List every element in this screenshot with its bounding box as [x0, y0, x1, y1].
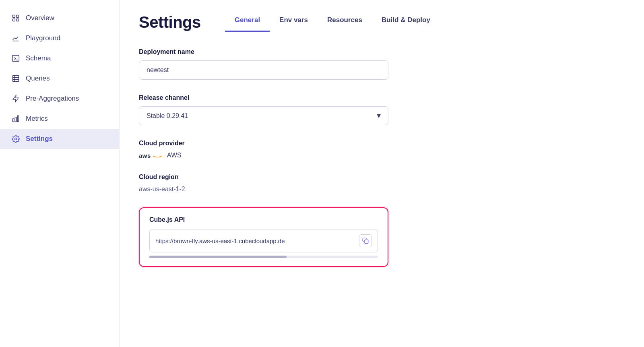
- svg-rect-12: [13, 119, 14, 122]
- main-content: Settings General Env vars Resources Buil…: [120, 0, 644, 347]
- release-channel-label: Release channel: [139, 94, 414, 101]
- sidebar-item-label: Queries: [26, 74, 50, 83]
- sidebar-item-settings[interactable]: Settings: [0, 129, 119, 149]
- cloud-region-section: Cloud region aws-us-east-1-2: [139, 174, 414, 193]
- sidebar-item-label: Overview: [26, 14, 54, 22]
- gear-icon: [11, 134, 20, 143]
- cloud-provider-label: Cloud provider: [139, 140, 414, 147]
- bolt-icon: [11, 94, 20, 103]
- cloud-provider-row: aws AWS: [139, 152, 414, 159]
- page-header: Settings General Env vars Resources Buil…: [120, 0, 644, 32]
- sidebar-item-pre-aggregations[interactable]: Pre-Aggregations: [0, 89, 119, 109]
- cloud-region-label: Cloud region: [139, 174, 414, 181]
- release-channel-wrapper: Stable 0.29.41 Latest Beta ▼: [139, 106, 388, 125]
- aws-smile-icon: [152, 153, 163, 157]
- svg-point-15: [15, 138, 17, 140]
- cloud-provider-value: AWS: [167, 152, 182, 159]
- release-channel-section: Release channel Stable 0.29.41 Latest Be…: [139, 94, 414, 125]
- sidebar-item-label: Schema: [26, 54, 51, 62]
- deployment-name-section: Deployment name: [139, 48, 414, 80]
- url-scrollbar[interactable]: [149, 256, 378, 258]
- chart-line-icon: [11, 34, 20, 43]
- aws-text: aws: [139, 152, 151, 159]
- svg-rect-13: [15, 117, 16, 122]
- sidebar-item-label: Pre-Aggregations: [26, 95, 79, 103]
- cloud-region-value: aws-us-east-1-2: [139, 186, 414, 193]
- sidebar-item-label: Settings: [26, 135, 53, 143]
- svg-rect-0: [13, 15, 15, 18]
- terminal-icon: [11, 54, 20, 63]
- svg-rect-2: [13, 19, 15, 21]
- copy-icon: [362, 238, 369, 244]
- copy-url-button[interactable]: [359, 234, 372, 247]
- cloud-provider-section: Cloud provider aws AWS: [139, 140, 414, 159]
- settings-content: Deployment name Release channel Stable 0…: [120, 32, 433, 283]
- api-card-title: Cube.js API: [149, 216, 378, 223]
- svg-rect-7: [13, 76, 19, 82]
- sidebar-item-metrics[interactable]: Metrics: [0, 109, 119, 129]
- scrollbar-thumb: [149, 256, 287, 258]
- svg-rect-14: [17, 116, 19, 122]
- table-icon: [11, 74, 20, 83]
- api-url-row: https://brown-fly.aws-us-east-1.cubeclou…: [149, 229, 378, 252]
- grid-icon: [11, 14, 20, 23]
- sidebar-item-queries[interactable]: Queries: [0, 68, 119, 89]
- svg-rect-16: [365, 240, 368, 244]
- tab-env-vars[interactable]: Env vars: [270, 13, 318, 32]
- bar-chart-icon: [11, 114, 20, 123]
- sidebar-item-overview[interactable]: Overview: [0, 8, 119, 28]
- page-title: Settings: [139, 13, 201, 31]
- sidebar: Overview Playground Schema Queries Pre-A…: [0, 0, 120, 347]
- cubejs-api-card: Cube.js API https://brown-fly.aws-us-eas…: [139, 207, 388, 267]
- tabs-nav: General Env vars Resources Build & Deplo…: [225, 13, 440, 32]
- tab-general[interactable]: General: [225, 13, 270, 32]
- svg-rect-3: [17, 19, 19, 21]
- tab-resources[interactable]: Resources: [318, 13, 372, 32]
- sidebar-item-label: Metrics: [26, 115, 48, 123]
- sidebar-item-label: Playground: [26, 34, 60, 42]
- sidebar-item-playground[interactable]: Playground: [0, 28, 119, 48]
- svg-rect-1: [17, 15, 19, 18]
- svg-marker-11: [13, 95, 18, 102]
- deployment-name-label: Deployment name: [139, 48, 414, 56]
- aws-logo: aws: [139, 152, 163, 159]
- tab-build-deploy[interactable]: Build & Deploy: [372, 13, 440, 32]
- deployment-name-input[interactable]: [139, 60, 388, 80]
- release-channel-select[interactable]: Stable 0.29.41 Latest Beta: [139, 106, 388, 125]
- api-url-text: https://brown-fly.aws-us-east-1.cubeclou…: [155, 238, 355, 244]
- sidebar-item-schema[interactable]: Schema: [0, 48, 119, 68]
